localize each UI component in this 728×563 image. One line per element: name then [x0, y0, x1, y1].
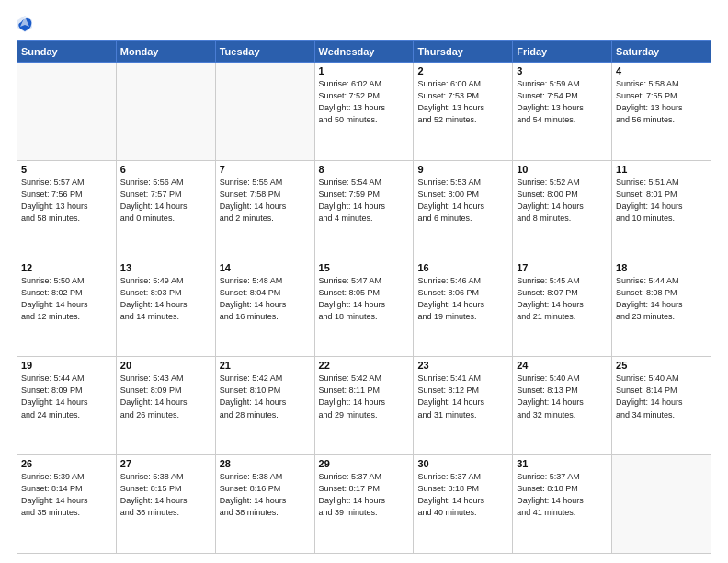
calendar-cell: 12Sunrise: 5:50 AM Sunset: 8:02 PM Dayli…	[17, 259, 117, 357]
calendar-cell: 7Sunrise: 5:55 AM Sunset: 7:58 PM Daylig…	[215, 160, 314, 259]
calendar-cell: 8Sunrise: 5:54 AM Sunset: 7:59 PM Daylig…	[314, 160, 414, 259]
weekday-header-friday: Friday	[513, 41, 612, 63]
week-row-5: 26Sunrise: 5:39 AM Sunset: 8:14 PM Dayli…	[17, 455, 711, 554]
calendar-cell: 30Sunrise: 5:37 AM Sunset: 8:18 PM Dayli…	[414, 455, 513, 554]
calendar-cell: 29Sunrise: 5:37 AM Sunset: 8:17 PM Dayli…	[314, 455, 414, 554]
calendar-cell: 6Sunrise: 5:56 AM Sunset: 7:57 PM Daylig…	[116, 160, 215, 259]
calendar-table: SundayMondayTuesdayWednesdayThursdayFrid…	[17, 40, 711, 554]
day-info: Sunrise: 5:48 AM Sunset: 8:04 PM Dayligh…	[220, 275, 311, 323]
day-info: Sunrise: 5:38 AM Sunset: 8:16 PM Dayligh…	[220, 471, 311, 519]
day-info: Sunrise: 5:42 AM Sunset: 8:10 PM Dayligh…	[220, 373, 311, 420]
day-number: 14	[220, 262, 311, 273]
day-number: 21	[220, 360, 311, 371]
day-number: 29	[319, 458, 410, 469]
day-number: 31	[517, 458, 608, 469]
calendar-cell: 28Sunrise: 5:38 AM Sunset: 8:16 PM Dayli…	[215, 455, 314, 554]
day-number: 28	[220, 458, 311, 469]
day-info: Sunrise: 5:37 AM Sunset: 8:17 PM Dayligh…	[319, 471, 410, 519]
day-info: Sunrise: 5:38 AM Sunset: 8:15 PM Dayligh…	[120, 471, 211, 519]
day-info: Sunrise: 5:58 AM Sunset: 7:55 PM Dayligh…	[616, 78, 707, 126]
calendar-cell: 27Sunrise: 5:38 AM Sunset: 8:15 PM Dayli…	[116, 455, 215, 554]
day-info: Sunrise: 5:40 AM Sunset: 8:14 PM Dayligh…	[616, 373, 707, 420]
day-info: Sunrise: 5:37 AM Sunset: 8:18 PM Dayligh…	[417, 471, 508, 519]
calendar-cell: 16Sunrise: 5:46 AM Sunset: 8:06 PM Dayli…	[414, 259, 513, 357]
day-number: 7	[220, 164, 311, 175]
day-number: 30	[417, 458, 508, 469]
day-number: 24	[517, 360, 608, 371]
logo	[17, 15, 36, 33]
day-number: 12	[21, 262, 112, 273]
weekday-header-thursday: Thursday	[414, 41, 513, 63]
calendar-cell: 13Sunrise: 5:49 AM Sunset: 8:03 PM Dayli…	[116, 259, 215, 357]
calendar-cell: 20Sunrise: 5:43 AM Sunset: 8:09 PM Dayli…	[116, 357, 215, 455]
day-number: 20	[120, 360, 211, 371]
day-info: Sunrise: 5:42 AM Sunset: 8:11 PM Dayligh…	[319, 373, 410, 420]
calendar-cell: 15Sunrise: 5:47 AM Sunset: 8:05 PM Dayli…	[314, 259, 414, 357]
day-info: Sunrise: 5:55 AM Sunset: 7:58 PM Dayligh…	[220, 177, 311, 224]
calendar-cell: 17Sunrise: 5:45 AM Sunset: 8:07 PM Dayli…	[513, 259, 612, 357]
calendar-cell: 3Sunrise: 5:59 AM Sunset: 7:54 PM Daylig…	[513, 63, 612, 161]
calendar-cell: 18Sunrise: 5:44 AM Sunset: 8:08 PM Dayli…	[612, 259, 711, 357]
day-number: 2	[417, 65, 508, 76]
calendar-cell: 2Sunrise: 6:00 AM Sunset: 7:53 PM Daylig…	[414, 63, 513, 161]
day-info: Sunrise: 5:45 AM Sunset: 8:07 PM Dayligh…	[517, 275, 608, 323]
day-info: Sunrise: 5:50 AM Sunset: 8:02 PM Dayligh…	[21, 275, 112, 323]
day-info: Sunrise: 5:39 AM Sunset: 8:14 PM Dayligh…	[21, 471, 112, 519]
day-info: Sunrise: 5:54 AM Sunset: 7:59 PM Dayligh…	[319, 177, 410, 224]
calendar-cell: 9Sunrise: 5:53 AM Sunset: 8:00 PM Daylig…	[414, 160, 513, 259]
day-number: 26	[21, 458, 112, 469]
weekday-header-wednesday: Wednesday	[314, 41, 414, 63]
day-number: 10	[517, 164, 608, 175]
day-number: 19	[21, 360, 112, 371]
weekday-header-row: SundayMondayTuesdayWednesdayThursdayFrid…	[17, 41, 711, 63]
day-info: Sunrise: 5:56 AM Sunset: 7:57 PM Dayligh…	[120, 177, 211, 224]
calendar-cell: 19Sunrise: 5:44 AM Sunset: 8:09 PM Dayli…	[17, 357, 117, 455]
calendar-cell: 14Sunrise: 5:48 AM Sunset: 8:04 PM Dayli…	[215, 259, 314, 357]
day-number: 25	[616, 360, 707, 371]
day-info: Sunrise: 5:37 AM Sunset: 8:18 PM Dayligh…	[517, 471, 608, 519]
day-number: 16	[417, 262, 508, 273]
calendar-cell: 1Sunrise: 6:02 AM Sunset: 7:52 PM Daylig…	[314, 63, 414, 161]
day-number: 15	[319, 262, 410, 273]
day-info: Sunrise: 5:44 AM Sunset: 8:08 PM Dayligh…	[616, 275, 707, 323]
weekday-header-tuesday: Tuesday	[215, 41, 314, 63]
day-info: Sunrise: 5:49 AM Sunset: 8:03 PM Dayligh…	[120, 275, 211, 323]
week-row-2: 5Sunrise: 5:57 AM Sunset: 7:56 PM Daylig…	[17, 160, 711, 259]
calendar-cell: 31Sunrise: 5:37 AM Sunset: 8:18 PM Dayli…	[513, 455, 612, 554]
calendar-cell: 5Sunrise: 5:57 AM Sunset: 7:56 PM Daylig…	[17, 160, 117, 259]
logo-icon	[17, 15, 33, 33]
day-info: Sunrise: 5:44 AM Sunset: 8:09 PM Dayligh…	[21, 373, 112, 420]
page: SundayMondayTuesdayWednesdayThursdayFrid…	[0, 0, 728, 563]
day-number: 23	[417, 360, 508, 371]
calendar-cell	[215, 63, 314, 161]
day-info: Sunrise: 5:40 AM Sunset: 8:13 PM Dayligh…	[517, 373, 608, 420]
day-number: 9	[417, 164, 508, 175]
week-row-3: 12Sunrise: 5:50 AM Sunset: 8:02 PM Dayli…	[17, 259, 711, 357]
calendar-cell: 21Sunrise: 5:42 AM Sunset: 8:10 PM Dayli…	[215, 357, 314, 455]
calendar-cell: 25Sunrise: 5:40 AM Sunset: 8:14 PM Dayli…	[612, 357, 711, 455]
calendar-cell: 26Sunrise: 5:39 AM Sunset: 8:14 PM Dayli…	[17, 455, 117, 554]
day-number: 27	[120, 458, 211, 469]
day-info: Sunrise: 5:41 AM Sunset: 8:12 PM Dayligh…	[417, 373, 508, 420]
day-number: 8	[319, 164, 410, 175]
weekday-header-sunday: Sunday	[17, 41, 117, 63]
day-number: 17	[517, 262, 608, 273]
day-info: Sunrise: 5:59 AM Sunset: 7:54 PM Dayligh…	[517, 78, 608, 126]
calendar-cell	[612, 455, 711, 554]
calendar-cell: 22Sunrise: 5:42 AM Sunset: 8:11 PM Dayli…	[314, 357, 414, 455]
calendar-cell: 10Sunrise: 5:52 AM Sunset: 8:00 PM Dayli…	[513, 160, 612, 259]
calendar-cell: 23Sunrise: 5:41 AM Sunset: 8:12 PM Dayli…	[414, 357, 513, 455]
day-info: Sunrise: 5:43 AM Sunset: 8:09 PM Dayligh…	[120, 373, 211, 420]
day-number: 6	[120, 164, 211, 175]
day-number: 5	[21, 164, 112, 175]
week-row-1: 1Sunrise: 6:02 AM Sunset: 7:52 PM Daylig…	[17, 63, 711, 161]
day-info: Sunrise: 5:46 AM Sunset: 8:06 PM Dayligh…	[417, 275, 508, 323]
day-number: 11	[616, 164, 707, 175]
day-number: 18	[616, 262, 707, 273]
day-number: 1	[319, 65, 410, 76]
day-info: Sunrise: 6:02 AM Sunset: 7:52 PM Dayligh…	[319, 78, 410, 126]
calendar-cell: 4Sunrise: 5:58 AM Sunset: 7:55 PM Daylig…	[612, 63, 711, 161]
day-info: Sunrise: 5:52 AM Sunset: 8:00 PM Dayligh…	[517, 177, 608, 224]
calendar-cell	[116, 63, 215, 161]
day-info: Sunrise: 5:53 AM Sunset: 8:00 PM Dayligh…	[417, 177, 508, 224]
